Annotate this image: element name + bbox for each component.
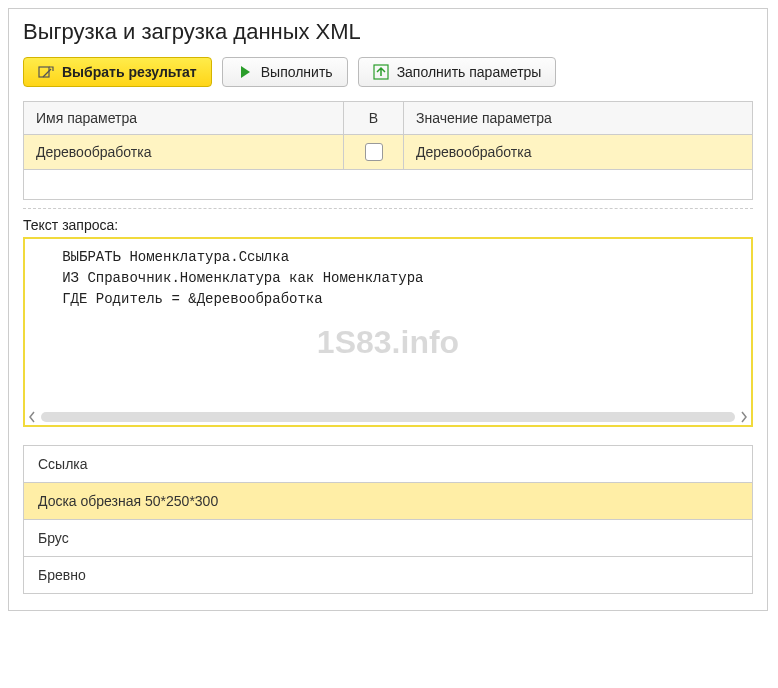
select-result-label: Выбрать результат: [62, 64, 197, 80]
param-value-cell[interactable]: Деревообработка: [404, 135, 753, 170]
query-box: ВЫБРАТЬ Номенклатура.Ссылка ИЗ Справочни…: [23, 237, 753, 427]
horizontal-scrollbar[interactable]: [25, 409, 751, 425]
query-textarea[interactable]: ВЫБРАТЬ Номенклатура.Ссылка ИЗ Справочни…: [25, 239, 751, 409]
fill-params-icon: [373, 64, 389, 80]
results-row[interactable]: Брус: [24, 520, 752, 557]
toolbar: Выбрать результат Выполнить Заполнить па…: [23, 57, 753, 87]
results-row[interactable]: Доска обрезная 50*250*300: [24, 483, 752, 520]
params-header-row: Имя параметра В Значение параметра: [24, 102, 753, 135]
params-table: Имя параметра В Значение параметра Дерев…: [23, 101, 753, 200]
section-divider: [23, 208, 753, 209]
main-window: Выгрузка и загрузка данных XML Выбрать р…: [8, 8, 768, 611]
scroll-right-arrow[interactable]: [739, 411, 749, 423]
fill-params-button[interactable]: Заполнить параметры: [358, 57, 557, 87]
play-icon: [237, 64, 253, 80]
params-header-b: В: [344, 102, 404, 135]
results-row[interactable]: Бревно: [24, 557, 752, 593]
params-row[interactable]: ДеревообработкаДеревообработка: [24, 135, 753, 170]
execute-label: Выполнить: [261, 64, 333, 80]
select-result-button[interactable]: Выбрать результат: [23, 57, 212, 87]
scroll-left-arrow[interactable]: [27, 411, 37, 423]
page-title: Выгрузка и загрузка данных XML: [23, 19, 753, 45]
param-name-cell[interactable]: Деревообработка: [24, 135, 344, 170]
execute-button[interactable]: Выполнить: [222, 57, 348, 87]
results-header: Ссылка: [24, 446, 752, 483]
fill-params-label: Заполнить параметры: [397, 64, 542, 80]
scroll-track[interactable]: [41, 412, 735, 422]
param-checkbox-cell[interactable]: [344, 135, 404, 170]
checkbox[interactable]: [365, 143, 383, 161]
params-header-name: Имя параметра: [24, 102, 344, 135]
select-result-icon: [38, 64, 54, 80]
results-table: Ссылка Доска обрезная 50*250*300БрусБрев…: [23, 445, 753, 594]
query-label: Текст запроса:: [23, 217, 753, 233]
params-header-value: Значение параметра: [404, 102, 753, 135]
params-spacer: [24, 170, 753, 200]
